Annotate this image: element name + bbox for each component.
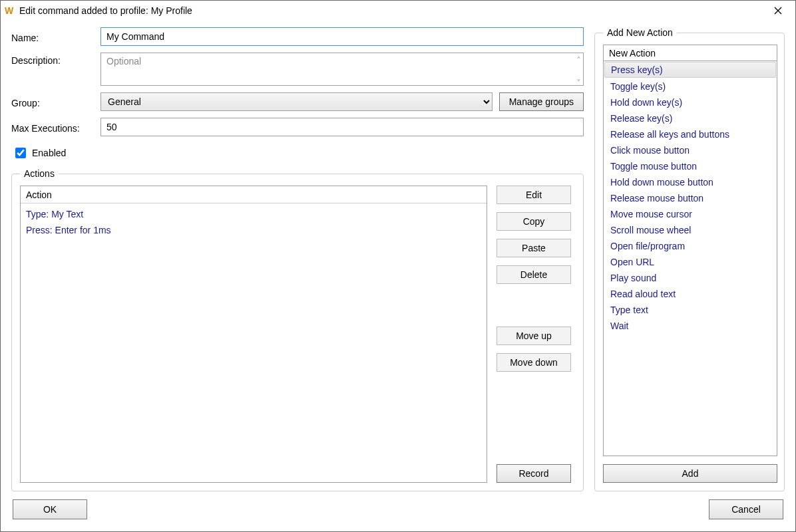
move-up-button[interactable]: Move up xyxy=(497,327,571,345)
record-button[interactable]: Record xyxy=(497,464,571,483)
new-action-item[interactable]: Type text xyxy=(604,302,777,318)
action-item[interactable]: Press: Enter for 1ms xyxy=(25,222,483,238)
new-action-item[interactable]: Release mouse button xyxy=(604,190,777,206)
add-new-action-legend: Add New Action xyxy=(603,27,677,38)
new-action-item[interactable]: Hold down mouse button xyxy=(604,174,777,190)
titlebar: W Edit command added to profile: My Prof… xyxy=(1,1,795,21)
new-action-item[interactable]: Release all keys and buttons xyxy=(604,126,777,142)
new-action-item[interactable]: Wait xyxy=(604,318,777,334)
new-action-header: New Action xyxy=(603,45,777,61)
new-action-item[interactable]: Play sound xyxy=(604,270,777,286)
new-action-item[interactable]: Click mouse button xyxy=(604,142,777,158)
new-action-item[interactable]: Move mouse cursor xyxy=(604,206,777,222)
group-label: Group: xyxy=(11,95,94,108)
copy-button[interactable]: Copy xyxy=(497,212,571,231)
add-button[interactable]: Add xyxy=(603,464,777,483)
footer: OK Cancel xyxy=(1,494,795,531)
new-action-item[interactable]: Read aloud text xyxy=(604,286,777,302)
new-action-item[interactable]: Hold down key(s) xyxy=(604,94,777,110)
new-action-list[interactable]: Press key(s)Toggle key(s)Hold down key(s… xyxy=(603,61,777,456)
delete-button[interactable]: Delete xyxy=(497,265,571,284)
actions-legend: Actions xyxy=(20,168,59,179)
window-title: Edit command added to profile: My Profil… xyxy=(19,5,765,16)
actions-column-header: Action xyxy=(21,186,487,203)
textarea-scroll-icon: ˄˅ xyxy=(576,55,581,88)
cancel-button[interactable]: Cancel xyxy=(709,499,783,519)
app-icon: W xyxy=(5,5,15,16)
description-label: Description: xyxy=(11,53,94,66)
new-action-item[interactable]: Release key(s) xyxy=(604,110,777,126)
new-action-item[interactable]: Open file/program xyxy=(604,238,777,254)
new-action-item[interactable]: Scroll mouse wheel xyxy=(604,222,777,238)
right-panel: Add New Action New Action Press key(s)To… xyxy=(594,27,785,491)
actions-fieldset: Actions Action Type: My TextPress: Enter… xyxy=(11,168,584,491)
content-area: Name: Description: ˄˅ Group: General Man… xyxy=(1,21,795,494)
ok-button[interactable]: OK xyxy=(13,499,87,519)
edit-button[interactable]: Edit xyxy=(497,186,571,204)
enabled-label: Enabled xyxy=(32,148,66,158)
name-label: Name: xyxy=(11,30,94,43)
group-select[interactable]: General xyxy=(100,92,493,111)
max-executions-label: Max Executions: xyxy=(11,120,94,134)
new-action-item[interactable]: Toggle mouse button xyxy=(604,158,777,174)
new-action-item[interactable]: Press key(s) xyxy=(604,62,776,78)
move-down-button[interactable]: Move down xyxy=(497,353,571,372)
manage-groups-button[interactable]: Manage groups xyxy=(499,92,584,111)
add-new-action-fieldset: Add New Action New Action Press key(s)To… xyxy=(594,27,785,491)
paste-button[interactable]: Paste xyxy=(497,239,571,257)
description-input[interactable] xyxy=(100,53,584,86)
left-panel: Name: Description: ˄˅ Group: General Man… xyxy=(11,27,584,491)
actions-list[interactable]: Action Type: My TextPress: Enter for 1ms xyxy=(20,186,487,483)
dialog-window: W Edit command added to profile: My Prof… xyxy=(0,0,796,532)
actions-button-column: Edit Copy Paste Delete Move up Move down… xyxy=(497,186,576,483)
close-icon[interactable] xyxy=(765,1,791,20)
action-item[interactable]: Type: My Text xyxy=(25,206,483,222)
name-input[interactable] xyxy=(100,27,584,46)
max-executions-input[interactable] xyxy=(100,118,584,136)
new-action-item[interactable]: Toggle key(s) xyxy=(604,78,777,94)
new-action-item[interactable]: Open URL xyxy=(604,254,777,270)
enabled-checkbox[interactable] xyxy=(15,148,26,158)
